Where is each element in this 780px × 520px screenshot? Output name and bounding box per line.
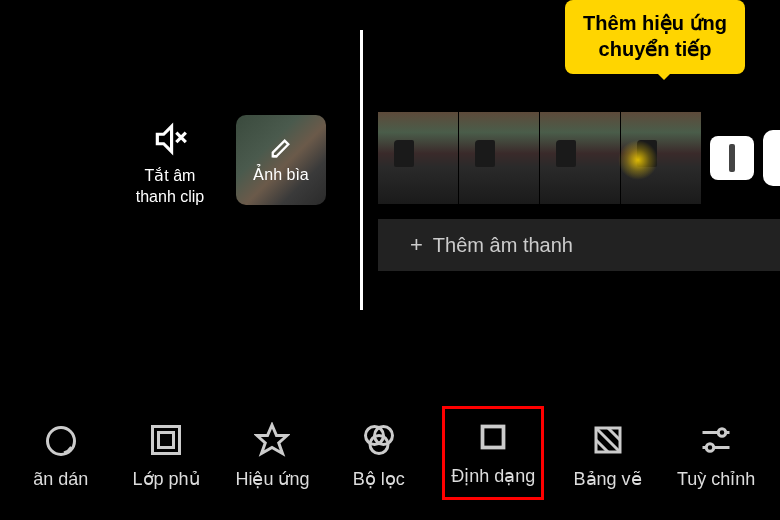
plus-small-icon: + (410, 232, 423, 258)
clip-frame[interactable] (378, 112, 458, 204)
sliders-icon (698, 422, 734, 458)
bottom-toolbar: ãn dán Lớp phủ Hiệu ứng Bộ lọc (0, 406, 780, 500)
tool-adjust-label: Tuỳ chỉnh (677, 468, 755, 490)
timeline-strip[interactable] (378, 112, 780, 204)
tool-filter-label: Bộ lọc (353, 468, 405, 490)
mute-label-2: thanh clip (130, 187, 210, 208)
add-audio-label: Thêm âm thanh (433, 234, 573, 257)
clip-frame[interactable] (459, 112, 539, 204)
tool-canvas[interactable]: Bảng vẽ (566, 412, 650, 500)
overlay-icon (148, 422, 184, 458)
tooltip-line2: chuyển tiếp (583, 36, 727, 62)
star-icon (254, 422, 290, 458)
svg-line-16 (608, 428, 620, 440)
svg-point-18 (718, 429, 726, 437)
svg-rect-8 (159, 433, 174, 448)
transition-tooltip: Thêm hiệu ứng chuyển tiếp (565, 0, 745, 74)
tool-overlay[interactable]: Lớp phủ (124, 412, 208, 500)
sticker-icon (43, 423, 79, 459)
tool-adjust[interactable]: Tuỳ chỉnh (671, 412, 761, 500)
pencil-icon (270, 137, 292, 159)
filter-icon (361, 422, 397, 458)
transition-button[interactable] (708, 112, 756, 204)
mute-clip-button[interactable]: Tắt âm thanh clip (130, 120, 210, 208)
tool-filter[interactable]: Bộ lọc (337, 412, 421, 500)
format-icon (475, 419, 511, 455)
canvas-icon (590, 422, 626, 458)
add-clip-button[interactable] (763, 112, 780, 204)
add-audio-button[interactable]: + Thêm âm thanh (378, 219, 780, 271)
tooltip-glow (618, 140, 658, 180)
plus-icon (763, 130, 780, 186)
transition-bar-icon (710, 136, 754, 180)
tool-sticker[interactable]: ãn dán (19, 413, 103, 500)
cover-label: Ảnh bìa (253, 165, 308, 184)
svg-line-14 (596, 428, 620, 452)
tool-overlay-label: Lớp phủ (133, 468, 200, 490)
tool-format-label: Định dạng (451, 465, 535, 487)
tool-effect-label: Hiệu ứng (235, 468, 309, 490)
svg-line-15 (596, 440, 608, 452)
svg-point-20 (706, 444, 714, 452)
svg-rect-7 (153, 427, 180, 454)
tool-sticker-label: ãn dán (33, 469, 88, 490)
mute-label-1: Tắt âm (130, 166, 210, 187)
svg-rect-3 (729, 144, 735, 172)
mute-icon (151, 120, 189, 158)
cover-thumbnail-button[interactable]: Ảnh bìa (236, 115, 326, 205)
svg-rect-12 (483, 427, 504, 448)
tool-effect[interactable]: Hiệu ứng (229, 412, 315, 500)
clip-frame[interactable] (540, 112, 620, 204)
tooltip-line1: Thêm hiệu ứng (583, 10, 727, 36)
tool-format[interactable]: Định dạng (442, 406, 544, 500)
timeline-playhead[interactable] (360, 30, 363, 310)
tool-canvas-label: Bảng vẽ (574, 468, 642, 490)
